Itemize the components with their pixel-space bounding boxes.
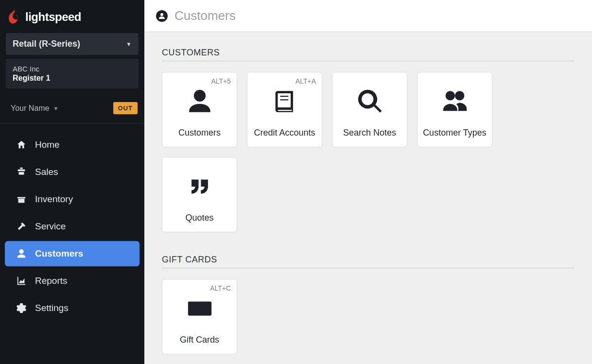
topbar: Customers (144, 0, 592, 32)
sidebar-item-label: Home (35, 139, 60, 150)
sidebar-item-inventory[interactable]: Inventory (5, 187, 139, 212)
giftcards-cards: ALT+C Gift Cards (162, 279, 575, 354)
retail-selector-label: Retail (R-Series) (13, 39, 80, 49)
search-icon (356, 79, 384, 124)
sidebar-item-sales[interactable]: Sales (5, 159, 139, 185)
sidebar-item-label: Inventory (35, 194, 73, 205)
card-gift-cards[interactable]: ALT+C Gift Cards (162, 279, 237, 354)
company-name: ABC Inc (13, 65, 132, 73)
user-menu[interactable]: Your Name ▼ (11, 104, 58, 113)
card-label: Quotes (185, 213, 213, 223)
sidebar-item-home[interactable]: Home (5, 132, 139, 157)
card-label: Customers (178, 128, 221, 138)
card-customers[interactable]: ALT+5 Customers (162, 72, 237, 147)
sidebar-item-label: Reports (35, 276, 68, 286)
user-icon (186, 79, 214, 124)
shortcut-label: ALT+A (296, 77, 316, 85)
sidebar-item-label: Settings (35, 303, 69, 313)
store-selector[interactable]: ABC Inc Register 1 (6, 59, 139, 88)
out-button[interactable]: OUT (113, 102, 138, 114)
register-icon (16, 166, 27, 178)
user-row: Your Name ▼ OUT (0, 94, 144, 123)
sidebar-item-label: Service (35, 221, 66, 232)
home-icon (16, 139, 27, 151)
card-label: Gift Cards (180, 335, 219, 345)
chart-icon (16, 275, 27, 287)
book-icon (271, 79, 299, 124)
user-name-label: Your Name (11, 104, 49, 113)
card-label: Customer Types (423, 128, 487, 138)
section-heading-giftcards: GIFT CARDS (162, 255, 575, 268)
sidebar-item-label: Customers (35, 248, 83, 259)
caret-down-icon: ▼ (126, 41, 132, 48)
logo: lightspeed (0, 0, 144, 33)
register-name: Register 1 (13, 74, 132, 83)
sidebar-item-customers[interactable]: Customers (5, 241, 139, 266)
credit-card-icon (186, 286, 214, 331)
customers-cards: ALT+5 Customers ALT+A Credit Accounts Se… (162, 72, 575, 232)
card-credit-accounts[interactable]: ALT+A Credit Accounts (247, 72, 322, 147)
card-label: Credit Accounts (254, 128, 315, 138)
nav: Home Sales Inventory Service Customers R… (0, 123, 144, 323)
retail-selector[interactable]: Retail (R-Series) ▼ (6, 33, 139, 55)
shortcut-label: ALT+C (210, 284, 231, 292)
card-customer-types[interactable]: Customer Types (417, 72, 492, 147)
page-title: Customers (174, 8, 236, 23)
brand-text: lightspeed (25, 10, 81, 24)
flame-icon (9, 10, 20, 24)
users-icon (441, 79, 469, 124)
shortcut-label: ALT+5 (211, 77, 231, 85)
card-quotes[interactable]: Quotes (162, 157, 237, 232)
sidebar-item-reports[interactable]: Reports (5, 268, 139, 294)
card-search-notes[interactable]: Search Notes (332, 72, 407, 147)
gear-icon (16, 302, 27, 314)
hammer-icon (16, 221, 27, 232)
box-icon (16, 193, 27, 205)
content: CUSTOMERS ALT+5 Customers ALT+A Credit A… (144, 32, 592, 364)
user-icon (16, 248, 27, 260)
sidebar-item-label: Sales (35, 167, 58, 177)
caret-down-icon: ▼ (53, 105, 58, 111)
card-label: Search Notes (343, 128, 396, 138)
sidebar-item-settings[interactable]: Settings (5, 295, 139, 321)
main: Customers CUSTOMERS ALT+5 Customers ALT+… (144, 0, 592, 364)
sidebar: lightspeed Retail (R-Series) ▼ ABC Inc R… (0, 0, 144, 364)
user-icon (156, 10, 168, 22)
quote-icon (186, 164, 214, 209)
sidebar-item-service[interactable]: Service (5, 214, 139, 239)
section-heading-customers: CUSTOMERS (162, 48, 575, 61)
